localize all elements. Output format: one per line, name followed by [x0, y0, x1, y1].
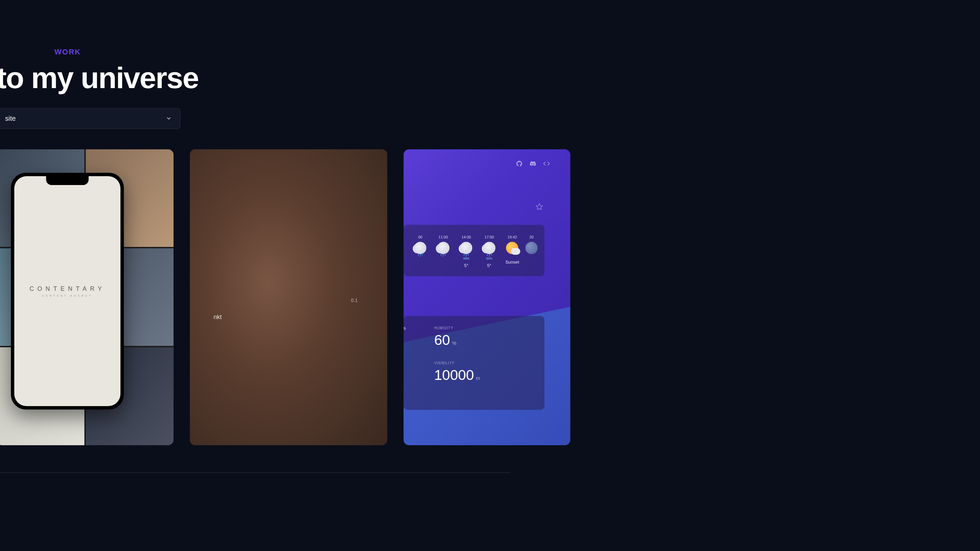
weather-temp: 5° — [487, 263, 492, 268]
phone-brand-subtitle: CONTENT AGENCY — [30, 295, 105, 297]
project-card-weather[interactable]: 00 11:00 14:00 93% — [404, 149, 570, 445]
weather-time: 11:00 — [439, 235, 448, 239]
weather-pct: 94% — [486, 257, 492, 260]
weather-hour-item: 19:42 Sunset — [502, 235, 522, 268]
detail-visibility: VISIBILITY 10000 m — [434, 361, 538, 383]
detail-label: HUMIDITY — [434, 326, 538, 330]
detail-humidity: HUMIDITY 60 % — [434, 326, 538, 348]
detail-unit: % — [452, 340, 456, 346]
weather-hour-item: 17:00 94% 5° — [479, 235, 499, 268]
cloud-rain-icon — [437, 242, 450, 254]
project-card-contentary[interactable]: CONTENTARY CONTENT AGENCY — [0, 149, 173, 445]
weather-hour-item: 14:00 93% 5° — [456, 235, 476, 268]
weather-forecast-card: 00 11:00 14:00 93% — [404, 225, 544, 276]
star-icon-wrap — [536, 203, 543, 212]
hand-image — [190, 149, 387, 445]
detail-unit: m — [476, 375, 480, 381]
filter-dropdown[interactable]: site — [0, 108, 180, 129]
phone-mockup: CONTENTARY CONTENT AGENCY — [11, 173, 124, 410]
detail-value: 60 — [434, 332, 450, 348]
device-value-label: 0.1 — [351, 298, 358, 303]
device-brand-label: nkt — [214, 314, 222, 321]
detail-value: 10000 — [434, 367, 474, 383]
moon-icon — [525, 242, 538, 254]
weather-hour-item: 00 — [410, 235, 430, 268]
star-icon — [536, 203, 543, 211]
github-icon — [516, 160, 523, 167]
weather-hours-row: 00 11:00 14:00 93% — [410, 235, 538, 268]
section-label: WORK — [54, 48, 980, 56]
weather-temp: Sunset — [505, 259, 519, 265]
weather-time: 20 — [530, 235, 533, 239]
weather-hour-item: 20 — [525, 235, 538, 268]
weather-time: 17:00 — [485, 235, 494, 239]
weather-hour-item: 11:00 — [434, 235, 453, 268]
cloud-rain-icon — [414, 242, 426, 254]
weather-pct: 93% — [463, 257, 469, 260]
svg-marker-0 — [536, 204, 542, 210]
weather-time: 19:42 — [508, 235, 517, 239]
top-icons-row — [516, 160, 550, 167]
discord-icon — [530, 160, 536, 167]
weather-details-card: s HUMIDITY 60 % VISIBILITY 10000 m — [404, 316, 544, 410]
detail-label: VISIBILITY — [434, 361, 538, 365]
filter-selected-text: site — [5, 114, 16, 122]
weather-temp: 5° — [464, 263, 468, 268]
details-header: s — [404, 326, 406, 330]
code-icon — [543, 160, 550, 167]
weather-time: 00 — [418, 235, 422, 239]
chevron-down-icon — [166, 115, 172, 121]
phone-brand-title: CONTENTARY — [30, 285, 105, 292]
cloud-rain-icon — [483, 242, 495, 254]
sunset-icon — [506, 242, 518, 254]
cloud-rain-icon — [460, 242, 472, 254]
page-heading: to my universe — [0, 62, 980, 95]
projects-row: CONTENTARY CONTENT AGENCY 0.1 nkt — [0, 149, 511, 473]
weather-time: 14:00 — [461, 235, 471, 239]
project-card-device[interactable]: 0.1 nkt — [190, 149, 387, 445]
